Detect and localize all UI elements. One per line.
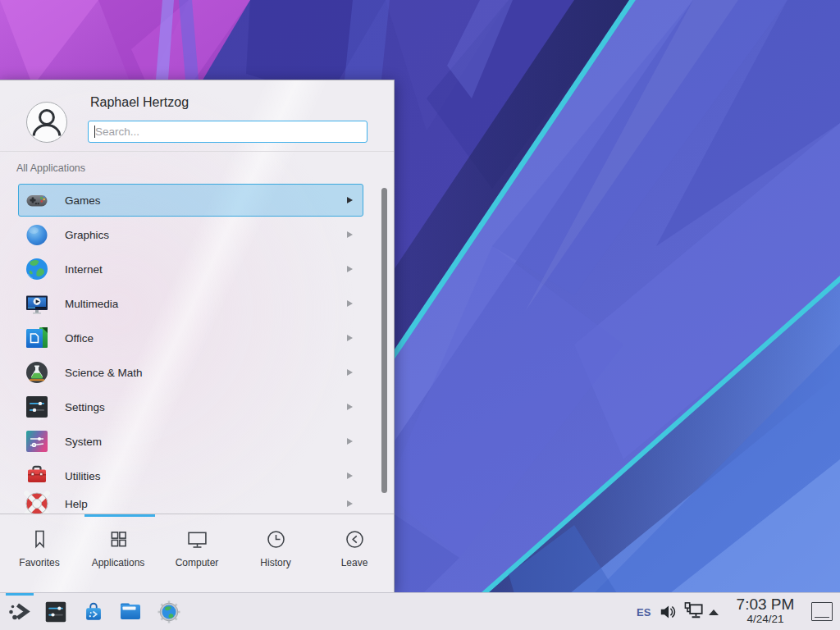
discover-software-center-button[interactable] [81,600,106,624]
globe-icon [24,256,50,282]
list-item-internet[interactable]: Internet [18,252,363,286]
submenu-arrow-icon [347,266,353,272]
gamepad-icon [24,187,50,213]
list-item-games[interactable]: Games [18,183,363,217]
search-input[interactable] [88,121,368,143]
application-launcher-button[interactable] [7,599,33,625]
submenu-arrow-icon [347,300,353,307]
volume-icon[interactable] [659,601,680,623]
lifebuoy-icon [24,491,50,514]
tab-label: History [260,557,290,568]
tab-label: Favorites [19,557,59,568]
clock-date: 4/24/21 [728,613,802,625]
sliders-dark-icon [24,394,50,420]
tab-favorites[interactable]: Favorites [0,517,79,593]
tab-bar-divider [0,514,394,514]
network-icon[interactable] [683,600,705,623]
web-browser-button[interactable] [157,600,181,624]
launcher-tab-bar: Favorites Applications C [0,517,394,593]
list-item-label: Office [65,332,94,345]
sphere-icon [24,221,50,248]
submenu-arrow-icon [347,500,353,507]
search-field-wrapper [88,121,368,143]
application-category-list: Games Graphics [18,183,363,514]
leave-back-icon [343,527,367,551]
taskbar-panel: ES 7:03 PM 4/24/21 [0,592,840,630]
submenu-arrow-icon [347,335,353,341]
list-item-office[interactable]: Office [18,321,363,355]
tab-leave[interactable]: Leave [315,517,394,593]
tab-computer[interactable]: Computer [158,517,236,593]
system-settings-button[interactable] [44,600,67,623]
show-desktop-icon [815,617,829,618]
documents-icon [24,325,50,351]
list-item-multimedia[interactable]: Multimedia [18,286,363,321]
list-item-science-math[interactable]: Science & Math [18,355,363,390]
application-launcher-menu: Raphael Hertzog All Applications [0,80,395,592]
tab-applications[interactable]: Applications [79,517,158,593]
computer-icon [185,527,209,551]
scrollbar-thumb[interactable] [381,188,387,493]
list-item-help[interactable]: Help [18,486,363,514]
sliders-color-icon [24,428,50,454]
list-item-label: System [65,436,102,448]
section-label: All Applications [16,162,85,174]
user-avatar[interactable] [26,102,67,143]
tab-label: Computer [176,557,219,568]
submenu-arrow-icon [347,197,353,203]
clock-time: 7:03 PM [728,596,802,613]
submenu-arrow-icon [347,404,353,410]
user-icon [27,103,66,142]
submenu-arrow-icon [347,231,353,238]
flask-icon [24,359,50,386]
header-divider [0,151,394,152]
list-item-settings[interactable]: Settings [18,390,363,424]
grid-icon [107,527,130,551]
show-desktop-button[interactable] [811,602,833,621]
list-item-label: Internet [65,263,103,276]
toolbox-icon [24,463,50,489]
monitor-play-icon [24,290,50,317]
bookmark-icon [28,527,52,551]
history-clock-icon [264,527,288,551]
list-item-label: Multimedia [65,298,118,310]
tray-expander-icon[interactable] [709,609,719,615]
submenu-arrow-icon [347,438,353,445]
keyboard-layout-indicator[interactable]: ES [637,593,651,630]
text-caret [94,126,95,138]
user-name: Raphael Hertzog [90,95,189,110]
desktop: Raphael Hertzog All Applications [0,0,840,630]
list-item-label: Science & Math [65,367,143,379]
submenu-arrow-icon [347,369,353,376]
tab-history[interactable]: History [236,517,315,593]
digital-clock[interactable]: 7:03 PM 4/24/21 [728,596,802,625]
list-item-label: Games [65,194,101,207]
active-task-indicator [6,593,34,596]
file-manager-button[interactable] [117,599,144,625]
tab-label: Applications [92,557,145,568]
submenu-arrow-icon [347,472,353,479]
tab-label: Leave [341,557,368,568]
list-item-graphics[interactable]: Graphics [18,217,363,252]
list-item-label: Graphics [65,229,109,241]
list-item-label: Settings [65,401,105,413]
list-item-label: Utilities [65,470,101,482]
list-item-system[interactable]: System [18,424,363,459]
list-item-label: Help [65,498,88,510]
